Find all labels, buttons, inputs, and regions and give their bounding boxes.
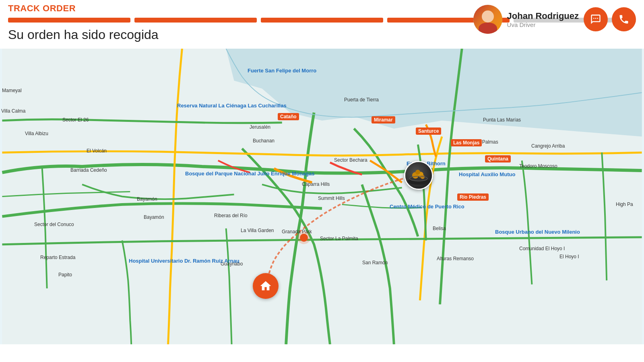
driver-name: Johan Rodriguez (507, 11, 579, 21)
svg-rect-1 (2, 49, 642, 344)
progress-segment-1 (134, 18, 257, 23)
driver-info: Johan Rodriguez Uva Driver (473, 5, 636, 34)
map-background: MameyalVilla CalmaSector El 26El VolcánV… (0, 49, 644, 344)
svg-point-6 (415, 170, 420, 175)
map-svg (0, 49, 644, 344)
phone-button[interactable] (612, 7, 636, 31)
delivery-dot (300, 234, 308, 242)
home-marker (253, 273, 279, 299)
driver-role: Uva Driver (507, 21, 579, 28)
driver-avatar-image (473, 5, 502, 34)
home-icon (259, 280, 272, 292)
progress-segment-2 (261, 18, 383, 23)
progress-segment-0 (8, 18, 130, 23)
driver-marker (404, 161, 433, 190)
header: TRACK ORDER Su orden ha sido recogida Jo… (0, 0, 644, 49)
food-icon (407, 163, 431, 187)
chat-icon (590, 14, 601, 25)
phone-icon (618, 14, 630, 25)
chat-button[interactable] (584, 7, 608, 31)
driver-avatar (473, 5, 502, 34)
action-buttons (584, 7, 636, 31)
driver-details: Johan Rodriguez Uva Driver (507, 11, 579, 28)
map-container[interactable]: MameyalVilla CalmaSector El 26El VolcánV… (0, 49, 644, 344)
driver-marker-inner (405, 162, 432, 189)
